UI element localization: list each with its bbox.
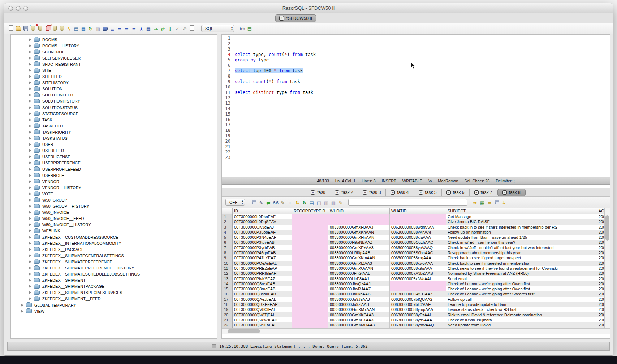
highlighter-icon[interactable]: ✎ — [337, 199, 344, 206]
column-header-whatid[interactable]: WHATID — [390, 208, 446, 214]
cell-recordtypeid[interactable] — [292, 255, 328, 260]
code-line[interactable]: group by type — [235, 57, 610, 63]
sidebar-item-rooms[interactable]: ROOMS — [11, 36, 217, 43]
view-log-icon[interactable] — [188, 24, 195, 31]
expand-arrow-icon[interactable] — [21, 310, 23, 313]
cell-id[interactable]: 00T3000000OiyJgEAJ — [233, 225, 292, 230]
code-line[interactable] — [235, 106, 610, 112]
cell-id[interactable]: 00T3000000PfvKSEAZ — [233, 276, 292, 281]
row-number-cell[interactable]: 10 — [222, 261, 233, 266]
export-data-icon[interactable]: ▦ — [80, 25, 87, 32]
sidebar-item-zkfedex-shipment[interactable]: ZKFEDEX__SHIPMENT — [11, 277, 217, 283]
cell-whoid[interactable]: 0033000000GmXOiAAN — [328, 266, 390, 271]
sidebar-item-view[interactable]: VIEW — [11, 308, 217, 314]
row-number-cell[interactable]: 15 — [222, 286, 233, 291]
row-number-cell[interactable]: 19 — [222, 307, 233, 312]
expand-arrow-icon[interactable] — [29, 75, 31, 78]
cell-subject[interactable]: Check w/ Leanne - we're going after Owen… — [446, 286, 597, 291]
code-line[interactable] — [235, 155, 610, 160]
sidebar-item-w50-group[interactable]: W50_GROUP — [11, 197, 217, 203]
format-sql-icon[interactable]: ≡ — [116, 25, 123, 32]
sidebar-item-rooms-history[interactable]: ROOMS__HISTORY — [11, 43, 217, 49]
expand-arrow-icon[interactable] — [29, 199, 31, 202]
cell-id[interactable]: 00T3000000Q8rexEAB — [233, 281, 292, 286]
table-row[interactable]: 1400T3000000Q8rexEAB0033000000JbvQzAAJCh… — [222, 281, 610, 286]
cell-subject[interactable]: Rick to email David & reference Delmonte… — [446, 312, 597, 317]
sidebar-item-zkfedex-shipmentpackage[interactable]: ZKFEDEX__SHIPMENTPACKAGE — [11, 283, 217, 290]
expand-arrow-icon[interactable] — [29, 248, 31, 251]
sidebar-item-taskpriority[interactable]: TASKPRIORITY — [11, 129, 217, 135]
expand-arrow-icon[interactable] — [29, 273, 31, 276]
row-number-cell[interactable]: 8 — [222, 250, 233, 255]
cell-whatid[interactable]: 0013000000C4fFCAAZ — [390, 291, 446, 296]
cell-whatid[interactable] — [390, 286, 446, 291]
cell-whatid[interactable]: 006300000058yd5AAA — [390, 317, 446, 322]
sidebar-item-scontrol[interactable]: SCONTROL — [11, 49, 217, 55]
column-header-id[interactable]: ID — [233, 208, 292, 214]
cell-whatid[interactable]: 00630000005xfWaAAI — [390, 276, 446, 281]
cell-whatid[interactable]: 006300000058xlaAAA — [390, 235, 446, 240]
cell-recordtypeid[interactable] — [292, 276, 328, 281]
cell-recordtypeid[interactable] — [292, 281, 328, 286]
close-tab-icon[interactable]: × — [311, 190, 315, 195]
expand-arrow-icon[interactable] — [29, 57, 31, 60]
cell-recordtypeid[interactable] — [292, 317, 328, 322]
expand-arrow-icon[interactable] — [29, 44, 31, 47]
row-number-cell[interactable]: 16 — [222, 291, 233, 296]
split-divider[interactable] — [217, 34, 221, 339]
code-line[interactable] — [235, 139, 610, 144]
expand-arrow-icon[interactable] — [29, 125, 31, 127]
sidebar-item-zkfedex-shipmatepreference[interactable]: ZKFEDEX__SHIPMATEPREFERENCE — [11, 259, 217, 265]
favorites-star-icon[interactable]: ★ — [138, 25, 145, 32]
cell-subject[interactable]: Follow-up on nomination — [446, 230, 597, 235]
jump-arrow-icon[interactable]: ⇒ — [471, 199, 479, 206]
cell-whoid[interactable]: 0033000000GmXPYAA3 — [328, 245, 390, 250]
sidebar-item-taskstatus[interactable]: TASKSTATUS — [11, 135, 217, 142]
result-tab-task-6[interactable]: ×task 6 — [442, 189, 470, 196]
close-tab-icon[interactable]: × — [335, 190, 339, 195]
insert-row-icon[interactable]: + — [286, 199, 294, 206]
cell-whatid[interactable]: 006300000058ympAAA — [390, 307, 446, 312]
expand-arrow-icon[interactable] — [29, 143, 31, 146]
filter-rows-icon[interactable]: ✎ — [258, 199, 265, 206]
cell-subject[interactable]: Leanne to provide update to Bain — [446, 302, 597, 307]
row-number-cell[interactable]: 12 — [222, 271, 233, 276]
table-row[interactable]: 1700T3000000QAeJbEAL0033000000Ju9J9AAJ00… — [222, 297, 610, 302]
expand-arrow-icon[interactable] — [29, 192, 31, 195]
sort-rows-icon[interactable]: ⇅ — [294, 199, 301, 206]
cell-whoid[interactable]: 0033000000JbvRJAAZ — [328, 286, 390, 291]
expand-arrow-icon[interactable] — [29, 63, 31, 66]
sidebar-item-staticresource[interactable]: STATICRESOURCE — [11, 110, 217, 117]
sidebar-item-solutionstatus[interactable]: SOLUTIONSTATUS — [11, 104, 217, 110]
commit-icon[interactable]: ✓ — [174, 25, 181, 32]
code-line[interactable] — [235, 122, 610, 128]
cell-subject[interactable]: Check back to see if good target prospec… — [446, 255, 597, 260]
cell-subject[interactable]: Check w/ Leanne - we're going after Owen… — [446, 281, 597, 286]
cell-recordtypeid[interactable] — [292, 235, 328, 240]
sidebar-item-task[interactable]: TASK — [11, 117, 217, 123]
new-connection-icon[interactable]: + — [51, 25, 58, 32]
execute-query-icon[interactable]: ϟ — [65, 25, 73, 32]
table-row[interactable]: 700T3000000P3yrbEAB0033000000GmXPYAA3006… — [222, 245, 610, 250]
row-number-cell[interactable]: 1 — [222, 214, 233, 219]
code-line[interactable] — [235, 166, 610, 171]
cell-whatid[interactable]: 006300000058x9qAAA — [390, 266, 446, 271]
go-forward-icon[interactable]: → — [152, 25, 159, 32]
cell-whatid[interactable]: 006300000058yhWAAQ — [390, 322, 446, 328]
cell-subject[interactable]: Check w/ Kevin Tsujihara — [446, 317, 597, 322]
cell-id[interactable]: 00T3000000L0RqSEAV — [233, 219, 292, 224]
expand-arrow-icon[interactable] — [29, 137, 31, 140]
row-number-cell[interactable]: 18 — [222, 302, 233, 307]
code-line[interactable] — [235, 133, 610, 139]
new-file-icon[interactable] — [8, 24, 15, 31]
sql-editor[interactable]: 1234567891011121314151617181920212223 se… — [222, 35, 610, 165]
single-record-icon[interactable]: ◫ — [315, 199, 323, 206]
sidebar-item-sitehistory[interactable]: SITEHISTORY — [11, 80, 217, 86]
cell-subject[interactable]: Need update from David — [446, 322, 597, 328]
code-line[interactable] — [235, 63, 610, 68]
expand-arrow-icon[interactable] — [29, 180, 31, 183]
cell-id[interactable]: 00T3000000QBXPeEAP — [233, 302, 292, 307]
result-tab-task-4[interactable]: ×task 4 — [386, 189, 414, 196]
result-tab-task[interactable]: ×task — [306, 189, 330, 196]
document-tab-sfdcw50[interactable]: × *SFDCW50 II — [275, 14, 316, 22]
